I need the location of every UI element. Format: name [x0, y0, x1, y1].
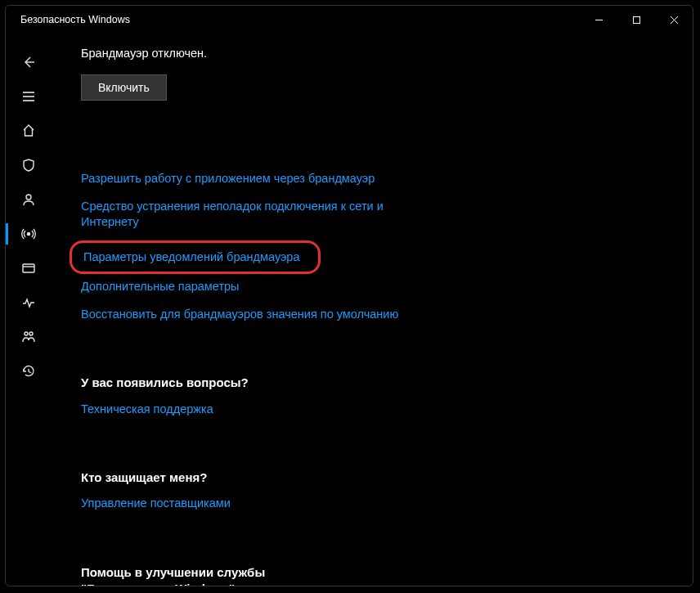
svg-point-13 — [29, 332, 33, 335]
maximize-button[interactable] — [617, 6, 655, 34]
nav-home[interactable] — [6, 114, 52, 148]
window-title: Безопасность Windows — [20, 14, 130, 25]
link-manage-providers[interactable]: Управление поставщиками — [81, 496, 408, 512]
link-restore-defaults[interactable]: Восстановить для брандмауэров значения п… — [81, 307, 408, 323]
sidebar — [6, 34, 52, 586]
minimize-button[interactable] — [580, 6, 617, 34]
app-window: Безопасность Windows — [5, 5, 693, 586]
nav-firewall[interactable] — [6, 217, 52, 251]
section-help-improve-heading: Помощь в улучшении службы "Безопасность … — [81, 564, 294, 586]
link-allow-app[interactable]: Разрешить работу с приложением через бра… — [81, 171, 408, 187]
nav-account-protection[interactable] — [6, 182, 52, 217]
menu-button[interactable] — [6, 79, 52, 114]
link-advanced-settings[interactable]: Дополнительные параметры — [81, 279, 408, 295]
enable-button[interactable]: Включить — [81, 74, 167, 101]
svg-point-12 — [25, 332, 28, 335]
svg-point-9 — [28, 233, 30, 236]
nav-protection-history[interactable] — [6, 354, 52, 389]
section-questions-heading: У вас появились вопросы? — [81, 375, 668, 391]
content-area: Брандмауэр отключен. Включить Разрешить … — [52, 34, 693, 586]
nav-device-performance[interactable] — [6, 285, 52, 320]
nav-virus-protection[interactable] — [6, 148, 52, 182]
firewall-status-text: Брандмауэр отключен. — [81, 47, 668, 60]
title-bar: Безопасность Windows — [6, 6, 693, 34]
close-button[interactable] — [655, 6, 693, 34]
svg-line-15 — [29, 371, 31, 373]
back-button[interactable] — [6, 45, 52, 79]
nav-app-browser-control[interactable] — [6, 251, 52, 285]
link-troubleshoot[interactable]: Средство устранения неполадок подключени… — [81, 199, 408, 231]
link-tech-support[interactable]: Техническая поддержка — [81, 402, 408, 418]
link-notification-settings[interactable]: Параметры уведомлений брандмауэра — [70, 240, 321, 275]
svg-point-8 — [26, 195, 31, 200]
nav-family-options[interactable] — [6, 320, 52, 354]
svg-rect-1 — [633, 16, 639, 23]
section-who-protects-heading: Кто защищает меня? — [81, 469, 668, 486]
svg-rect-10 — [23, 264, 34, 272]
